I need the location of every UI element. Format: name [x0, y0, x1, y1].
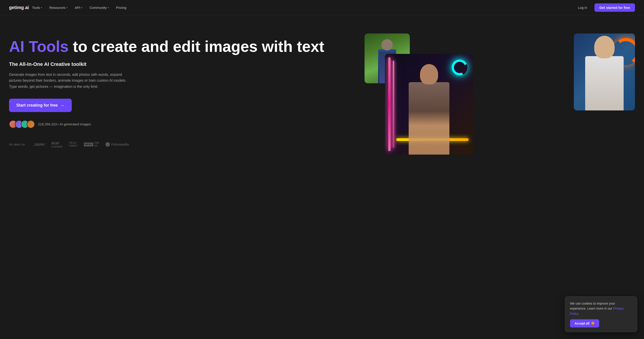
chevron-down-icon: ▾ — [108, 6, 109, 9]
futurepedia-icon — [106, 142, 110, 147]
get-started-button[interactable]: Get started for free — [594, 4, 635, 12]
chevron-down-icon: ▾ — [66, 6, 68, 9]
brand-techtimes: TECHTIMES — [69, 142, 78, 147]
navbar: getimg.ai Tools ▾ Resources ▾ API ▾ Comm… — [0, 0, 644, 16]
accept-cookies-button[interactable]: Accept all 🍪 — [570, 319, 599, 328]
brand-makeuseof: MAKEUSEOF. — [84, 142, 99, 147]
brand-futurepedia: Futurepedia — [106, 142, 129, 147]
chevron-down-icon: ▾ — [81, 6, 82, 9]
hero-subtitle: The All-In-One AI Creative toolkit — [9, 61, 353, 67]
nav-link-resources[interactable]: Resources ▾ — [46, 4, 71, 11]
nav-link-tools[interactable]: Tools ▾ — [29, 4, 45, 11]
cookie-text: We use cookies to improve your experienc… — [570, 301, 632, 316]
brand-acer: acercorner — [51, 141, 62, 148]
nav-right: Log in Get started for free — [574, 4, 635, 12]
nav-link-api[interactable]: API ▾ — [72, 4, 86, 11]
brand-logos: _zapier acercorner TECHTIMES MAKEUSEOF. … — [32, 141, 129, 148]
cookie-emoji: 🍪 — [591, 322, 595, 325]
hero-image-woman-neon — [385, 54, 473, 154]
avatar — [27, 120, 35, 128]
hero-content: AI Tools to create and edit images with … — [9, 34, 353, 148]
as-seen-label: As seen on — [9, 142, 25, 146]
brand-zapier: _zapier — [32, 142, 45, 147]
login-button[interactable]: Log in — [574, 4, 591, 11]
hero-image-man-smile — [574, 34, 635, 110]
arrow-icon: → — [60, 103, 64, 108]
hero-section: AI Tools to create and edit images with … — [0, 16, 644, 339]
hero-description: Generate images from text in seconds, ed… — [9, 72, 127, 90]
cookie-banner: We use cookies to improve your experienc… — [565, 296, 637, 332]
hero-title: AI Tools to create and edit images with … — [9, 38, 353, 55]
nav-logo[interactable]: getimg.ai — [9, 5, 29, 10]
stats-count: 218,356,322+ AI generated images — [38, 122, 91, 126]
hero-images — [353, 34, 635, 174]
chevron-down-icon: ▾ — [41, 6, 42, 9]
social-proof: 218,356,322+ AI generated images — [9, 120, 353, 128]
avatar-group — [9, 120, 35, 128]
start-creating-button[interactable]: Start creating for free → — [9, 99, 72, 112]
nav-link-community[interactable]: Community ▾ — [86, 4, 112, 11]
nav-link-pricing[interactable]: Pricing — [113, 4, 130, 11]
as-seen-on: As seen on _zapier acercorner TECHTIMES … — [9, 141, 353, 148]
nav-links: Tools ▾ Resources ▾ API ▾ Community ▾ Pr… — [29, 4, 574, 11]
